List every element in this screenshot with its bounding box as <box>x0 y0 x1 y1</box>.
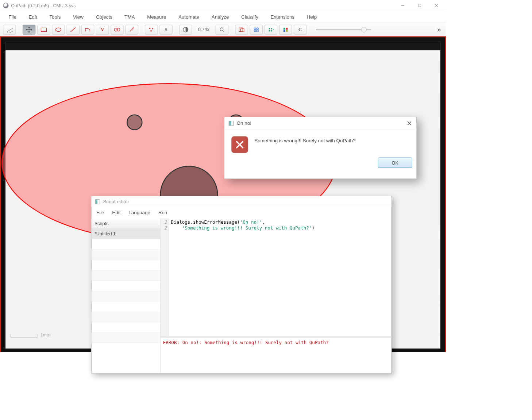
svg-point-27 <box>257 30 258 32</box>
scalebar: 1mm <box>11 331 50 338</box>
svg-rect-7 <box>41 28 46 31</box>
ok-button[interactable]: OK <box>378 158 412 168</box>
svg-rect-35 <box>286 30 288 32</box>
move-tool-icon[interactable] <box>23 24 35 34</box>
wand-tool-icon[interactable] <box>126 24 138 34</box>
annotation-circle[interactable] <box>127 114 143 130</box>
svg-rect-29 <box>271 28 272 29</box>
console-output[interactable]: ERROR: On no!: Something is wrong!!! Sur… <box>161 336 392 373</box>
script-editor-title: Script editor <box>103 199 129 204</box>
line-tool-icon[interactable] <box>67 24 80 34</box>
window-title: QuPath (0.2.0-m5) - CMU-3.svs <box>11 3 76 8</box>
code-content[interactable]: Dialogs.showErrorMessage('On no!', 'Some… <box>169 218 391 336</box>
ruler-tool-icon[interactable] <box>3 24 16 34</box>
svg-rect-33 <box>286 28 288 30</box>
script-list-item[interactable]: *Untitled 1 <box>92 229 161 239</box>
ellipse-tool-icon[interactable] <box>52 24 65 34</box>
dialog-titlebar[interactable]: On no! <box>224 117 416 130</box>
svg-line-15 <box>134 28 134 29</box>
script-editor-menubar: File Edit Language Run <box>92 207 392 218</box>
brush-tool-icon[interactable] <box>111 24 123 34</box>
dialog-title: On no! <box>237 120 251 126</box>
menu-analyze[interactable]: Analyze <box>209 13 231 21</box>
svg-point-26 <box>254 30 256 32</box>
script-editor-titlebar[interactable]: Script editor <box>92 196 392 207</box>
svg-point-17 <box>152 28 153 30</box>
show-detections-icon[interactable] <box>265 24 277 34</box>
menu-automate[interactable]: Automate <box>176 13 202 21</box>
java-icon <box>229 121 234 126</box>
svg-rect-30 <box>269 30 270 31</box>
svg-rect-28 <box>269 28 270 29</box>
line-gutter: 12 <box>161 218 169 336</box>
error-dialog: On no! Something is wrong!!! Surely not … <box>224 117 417 179</box>
script-list: Scripts *Untitled 1 <box>92 218 161 373</box>
scripts-header: Scripts <box>92 218 161 228</box>
points-tool-icon[interactable] <box>145 24 158 34</box>
toolbar: V S 0.74x C <box>0 23 446 36</box>
error-icon <box>231 136 248 153</box>
script-menu-edit[interactable]: Edit <box>112 210 120 216</box>
polyline-tool-icon[interactable]: V <box>96 24 109 34</box>
menu-view[interactable]: View <box>70 13 86 21</box>
svg-rect-1 <box>418 4 421 7</box>
svg-line-12 <box>130 28 133 31</box>
toolbar-overflow-icon[interactable]: » <box>437 26 443 34</box>
minimize-button[interactable] <box>394 1 411 11</box>
svg-rect-32 <box>284 28 285 30</box>
menu-objects[interactable]: Objects <box>93 13 115 21</box>
menu-help[interactable]: Help <box>304 13 319 21</box>
show-annotations-icon[interactable] <box>235 24 248 34</box>
svg-line-9 <box>71 27 76 32</box>
svg-point-25 <box>257 28 258 30</box>
dialog-message: Something is wrong!!! Surely not with Qu… <box>254 136 355 143</box>
close-button[interactable] <box>428 1 444 11</box>
menu-extensions[interactable]: Extensions <box>268 13 297 21</box>
svg-point-18 <box>150 30 152 31</box>
script-menu-language[interactable]: Language <box>128 210 150 216</box>
svg-point-20 <box>220 28 223 31</box>
svg-rect-22 <box>239 28 243 31</box>
image-viewer[interactable]: 1mm Script editor File Edit Language Run… <box>0 36 446 352</box>
selection-mode-button[interactable]: S <box>159 24 172 34</box>
code-editor[interactable]: 12 Dialogs.showErrorMessage('On no!', 'S… <box>161 218 392 336</box>
menu-edit[interactable]: Edit <box>26 13 40 21</box>
svg-line-21 <box>223 30 224 31</box>
svg-point-16 <box>149 28 151 29</box>
channel-viewer-button[interactable]: C <box>294 24 307 34</box>
slider-thumb-icon[interactable] <box>361 27 366 32</box>
rectangle-tool-icon[interactable] <box>37 24 50 34</box>
script-editor-window[interactable]: Script editor File Edit Language Run Scr… <box>91 196 392 373</box>
svg-point-8 <box>56 28 61 31</box>
menu-tools[interactable]: Tools <box>47 13 63 21</box>
opacity-slider[interactable] <box>316 29 371 30</box>
svg-point-24 <box>254 28 256 30</box>
menu-measure[interactable]: Measure <box>144 13 169 21</box>
brightness-contrast-icon[interactable] <box>179 24 192 34</box>
fill-detections-icon[interactable] <box>279 24 292 34</box>
script-menu-run[interactable]: Run <box>158 210 167 216</box>
titlebar: QuPath (0.2.0-m5) - CMU-3.svs <box>0 0 446 11</box>
menu-classify[interactable]: Classify <box>239 13 261 21</box>
polygon-tool-icon[interactable] <box>81 24 94 34</box>
scalebar-label: 1mm <box>41 332 51 337</box>
app-icon <box>3 3 8 8</box>
svg-rect-34 <box>284 30 285 32</box>
svg-rect-4 <box>7 28 13 33</box>
zoom-level: 0.74x <box>194 27 213 32</box>
maximize-button[interactable] <box>411 1 428 11</box>
script-menu-file[interactable]: File <box>96 210 104 216</box>
dialog-close-button[interactable] <box>405 119 413 127</box>
show-tma-grid-icon[interactable] <box>250 24 262 34</box>
menubar: File Edit Tools View Objects TMA Measure… <box>0 11 446 23</box>
java-icon <box>95 199 100 204</box>
menu-file[interactable]: File <box>6 13 19 21</box>
menu-tma[interactable]: TMA <box>122 13 138 21</box>
svg-rect-31 <box>271 30 272 31</box>
zoom-fit-icon[interactable] <box>216 24 228 34</box>
